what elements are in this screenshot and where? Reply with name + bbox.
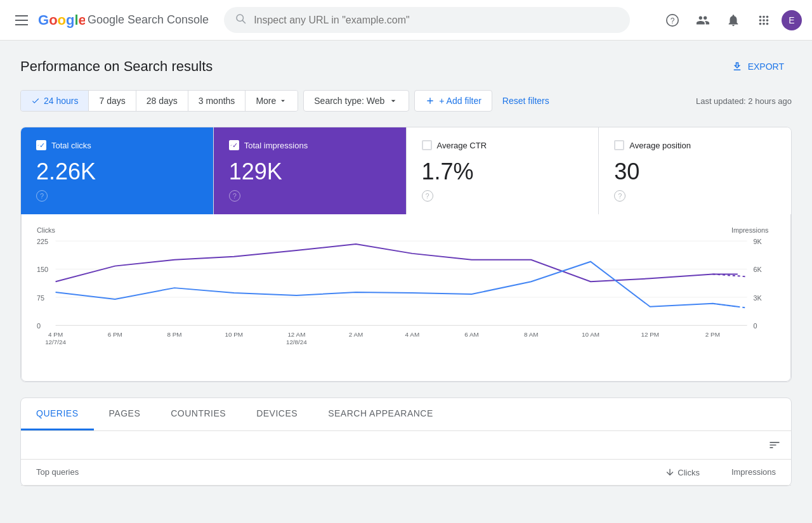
- hamburger-menu[interactable]: [10, 10, 33, 30]
- svg-text:6K: 6K: [753, 266, 762, 274]
- user-avatar[interactable]: E: [782, 10, 802, 30]
- tab-queries[interactable]: QUERIES: [21, 398, 94, 430]
- clicks-checkbox[interactable]: [36, 140, 46, 150]
- position-help-icon[interactable]: ?: [614, 190, 625, 202]
- svg-text:0: 0: [753, 322, 757, 330]
- export-button[interactable]: EXPORT: [724, 56, 792, 77]
- svg-text:9K: 9K: [753, 238, 762, 245]
- impressions-line: [56, 244, 738, 281]
- svg-text:6 PM: 6 PM: [108, 331, 122, 338]
- clicks-line: [56, 262, 738, 307]
- clicks-value: 2.26K: [36, 158, 198, 185]
- ctr-help-icon[interactable]: ?: [422, 190, 433, 202]
- time-filter-more[interactable]: More: [246, 91, 298, 111]
- google-logo[interactable]: Google Google Search Console: [38, 13, 209, 28]
- col-impressions-header: Impressions: [700, 467, 776, 477]
- metrics-row: Total clicks 2.26K ? Total impressions 1…: [21, 127, 791, 214]
- svg-text:10 AM: 10 AM: [582, 331, 599, 338]
- ctr-value: 1.7%: [422, 158, 584, 185]
- time-filter-7d[interactable]: 7 days: [89, 91, 136, 111]
- time-filter-3m[interactable]: 3 months: [188, 91, 246, 111]
- search-icon: [235, 13, 246, 27]
- metric-total-impressions[interactable]: Total impressions 129K ?: [214, 127, 407, 214]
- time-filter-24h[interactable]: 24 hours: [21, 91, 89, 111]
- app-title: Google Search Console: [88, 13, 209, 27]
- apps-button[interactable]: [751, 8, 776, 33]
- svg-text:8 PM: 8 PM: [167, 331, 182, 338]
- svg-line-2: [243, 20, 246, 23]
- svg-text:8 AM: 8 AM: [524, 331, 538, 338]
- svg-text:150: 150: [37, 266, 48, 274]
- tab-devices[interactable]: DEVICES: [241, 398, 313, 430]
- clicks-line-dotted: [712, 304, 747, 308]
- filter-bar: 24 hours 7 days 28 days 3 months More Se…: [20, 90, 792, 112]
- svg-text:?: ?: [671, 16, 675, 25]
- export-label: EXPORT: [748, 61, 784, 72]
- people-icon-button[interactable]: [690, 8, 716, 33]
- svg-text:0: 0: [37, 322, 41, 330]
- reset-filters-link[interactable]: Reset filters: [497, 91, 554, 111]
- svg-text:Clicks: Clicks: [37, 227, 55, 235]
- svg-text:4 AM: 4 AM: [405, 331, 419, 338]
- metric-avg-position[interactable]: Average position 30 ?: [599, 127, 791, 214]
- tabs-row: QUERIES PAGES COUNTRIES DEVICES SEARCH A…: [21, 398, 791, 431]
- svg-text:Google: Google: [38, 13, 85, 28]
- impressions-value: 129K: [229, 158, 391, 185]
- search-type-filter[interactable]: Search type: Web: [303, 90, 409, 112]
- svg-text:2 AM: 2 AM: [349, 331, 363, 338]
- time-filter-28d[interactable]: 28 days: [136, 91, 188, 111]
- time-filter-group: 24 hours 7 days 28 days 3 months More: [20, 90, 298, 112]
- impressions-label: Total impressions: [244, 141, 308, 150]
- tabs-container: QUERIES PAGES COUNTRIES DEVICES SEARCH A…: [20, 397, 792, 486]
- impressions-checkbox[interactable]: [229, 140, 239, 150]
- impressions-help-icon[interactable]: ?: [229, 190, 240, 202]
- ctr-checkbox[interactable]: [422, 140, 432, 150]
- position-label: Average position: [629, 141, 691, 150]
- col-clicks-header[interactable]: Clicks: [624, 467, 700, 477]
- col-queries-header: Top queries: [36, 467, 624, 477]
- clicks-label: Total clicks: [51, 141, 91, 150]
- svg-text:2 PM: 2 PM: [705, 331, 720, 338]
- position-value: 30: [614, 158, 776, 185]
- ctr-label: Average CTR: [437, 141, 487, 150]
- last-updated-text: Last updated: 2 hours ago: [696, 96, 792, 106]
- tab-countries[interactable]: COUNTRIES: [155, 398, 241, 430]
- chart-container: Clicks 225 150 75 0 9K 6K 3K 0 Impressio…: [21, 214, 791, 382]
- tab-pages[interactable]: PAGES: [94, 398, 156, 430]
- svg-text:12/7/24: 12/7/24: [45, 339, 66, 345]
- table-toolbar: [21, 431, 791, 460]
- add-filter-button[interactable]: + Add filter: [414, 90, 492, 112]
- table-header: Top queries Clicks Impressions: [21, 460, 791, 486]
- svg-text:4 PM: 4 PM: [48, 331, 63, 338]
- svg-text:6 AM: 6 AM: [464, 331, 478, 338]
- tab-search-appearance[interactable]: SEARCH APPEARANCE: [313, 398, 449, 430]
- svg-text:10 PM: 10 PM: [225, 331, 243, 338]
- url-search-input[interactable]: [254, 15, 619, 26]
- svg-text:Impressions: Impressions: [731, 227, 769, 235]
- svg-text:75: 75: [37, 294, 44, 302]
- google-wordmark-svg: Google: [38, 13, 85, 28]
- svg-text:225: 225: [37, 238, 48, 245]
- metric-avg-ctr[interactable]: Average CTR 1.7% ?: [407, 127, 599, 214]
- filter-rows-button[interactable]: [768, 439, 781, 451]
- svg-text:3K: 3K: [753, 294, 762, 302]
- svg-text:12/8/24: 12/8/24: [286, 339, 307, 345]
- clicks-help-icon[interactable]: ?: [36, 190, 48, 202]
- url-search-bar[interactable]: [224, 7, 630, 33]
- svg-text:12 AM: 12 AM: [287, 331, 305, 338]
- help-button[interactable]: ?: [660, 8, 685, 33]
- performance-chart: Clicks 225 150 75 0 9K 6K 3K 0 Impressio…: [37, 224, 775, 364]
- notifications-button[interactable]: [721, 8, 746, 33]
- metric-total-clicks[interactable]: Total clicks 2.26K ?: [21, 127, 214, 214]
- page-title: Performance on Search results: [20, 58, 213, 75]
- svg-text:12 PM: 12 PM: [641, 331, 659, 338]
- page-header: Performance on Search results EXPORT: [20, 56, 792, 77]
- position-checkbox[interactable]: [614, 140, 624, 150]
